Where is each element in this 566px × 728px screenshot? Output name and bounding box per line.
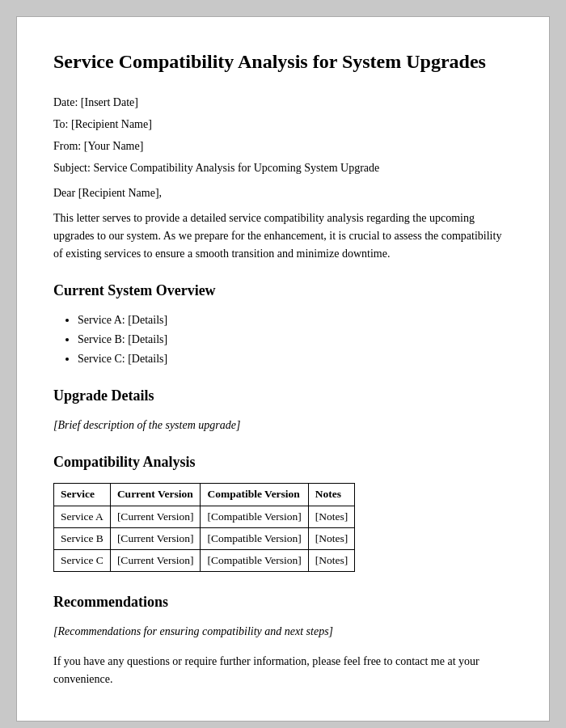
closing-paragraph: If you have any questions or require fur… <box>53 653 513 688</box>
cell-service-b: Service B <box>54 527 111 549</box>
date-value: [Insert Date] <box>81 96 138 108</box>
date-line: Date: [Insert Date] <box>53 94 513 111</box>
col-header-compatible-version: Compatible Version <box>201 484 308 506</box>
from-line: From: [Your Name] <box>53 138 513 154</box>
list-item: Service A: [Details] <box>78 311 513 328</box>
cell-service-a: Service A <box>54 506 111 527</box>
recommendations-heading: Recommendations <box>53 591 513 613</box>
current-system-list: Service A: [Details] Service B: [Details… <box>78 311 513 367</box>
table-row: Service C [Current Version] [Compatible … <box>54 550 355 572</box>
from-value: [Your Name] <box>84 140 144 152</box>
compatibility-table: Service Current Version Compatible Versi… <box>53 483 355 572</box>
upgrade-details-heading: Upgrade Details <box>53 385 513 407</box>
salutation: Dear [Recipient Name], <box>53 184 513 201</box>
subject-label: Subject: <box>53 162 91 174</box>
col-header-notes: Notes <box>308 484 355 506</box>
cell-compatible-version-c: [Compatible Version] <box>201 550 308 572</box>
cell-notes-c: [Notes] <box>308 550 355 572</box>
table-header-row: Service Current Version Compatible Versi… <box>54 484 355 506</box>
cell-notes-b: [Notes] <box>308 527 355 549</box>
compatibility-analysis-heading: Compatibility Analysis <box>53 451 513 473</box>
document-title: Service Compatibility Analysis for Syste… <box>53 49 513 74</box>
to-label: To: <box>53 118 68 130</box>
to-value: [Recipient Name] <box>71 118 152 130</box>
cell-current-version-b: [Current Version] <box>110 527 201 549</box>
from-label: From: <box>53 140 81 152</box>
cell-current-version-c: [Current Version] <box>110 550 201 572</box>
cell-compatible-version-a: [Compatible Version] <box>201 506 308 527</box>
upgrade-description: [Brief description of the system upgrade… <box>53 417 513 434</box>
cell-current-version-a: [Current Version] <box>110 506 201 527</box>
subject-value: Service Compatibility Analysis for Upcom… <box>93 162 379 174</box>
date-label: Date: <box>53 96 78 108</box>
table-row: Service B [Current Version] [Compatible … <box>54 527 355 549</box>
col-header-service: Service <box>54 484 111 506</box>
cell-compatible-version-b: [Compatible Version] <box>201 527 308 549</box>
cell-notes-a: [Notes] <box>308 506 355 527</box>
col-header-current-version: Current Version <box>110 484 201 506</box>
document: Service Compatibility Analysis for Syste… <box>16 16 550 722</box>
cell-service-c: Service C <box>54 550 111 572</box>
table-row: Service A [Current Version] [Compatible … <box>54 506 355 527</box>
list-item: Service C: [Details] <box>78 350 513 367</box>
current-system-heading: Current System Overview <box>53 280 513 302</box>
intro-paragraph: This letter serves to provide a detailed… <box>53 210 513 262</box>
recommendations-text: [Recommendations for ensuring compatibil… <box>53 623 513 640</box>
subject-line: Subject: Service Compatibility Analysis … <box>53 159 513 176</box>
list-item: Service B: [Details] <box>78 331 513 348</box>
to-line: To: [Recipient Name] <box>53 116 513 133</box>
